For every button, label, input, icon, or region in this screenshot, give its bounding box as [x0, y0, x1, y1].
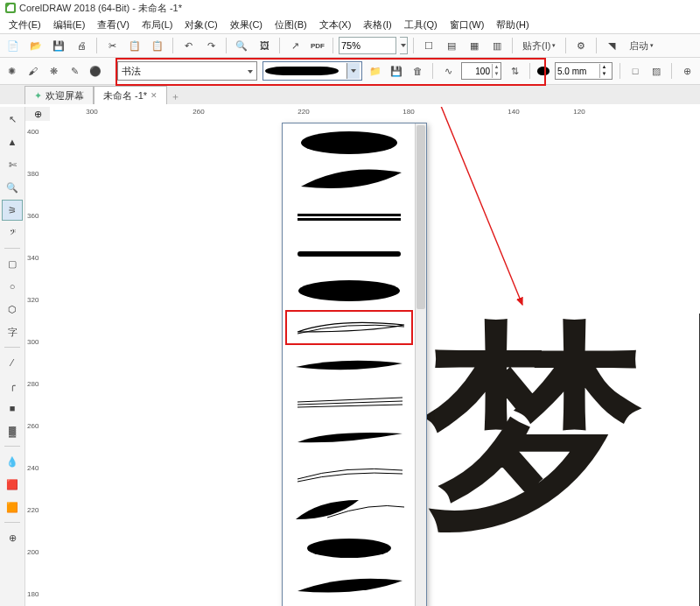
spinner-buttons[interactable]: ▲▼	[599, 64, 608, 78]
ruler-vertical[interactable]: 400380360340320300280260240220200180	[25, 121, 51, 606]
zoom-level-input[interactable]	[339, 37, 396, 54]
edit-fill-tool-icon[interactable]: ■	[2, 398, 23, 419]
stroke-option[interactable]	[284, 309, 414, 346]
smoothing-spinner[interactable]: ▲▼	[461, 62, 501, 80]
image-icon[interactable]: 🖼	[255, 36, 274, 55]
menu-file[interactable]: 文件(E)	[4, 17, 46, 32]
menu-table[interactable]: 表格(I)	[358, 17, 396, 32]
pick-tool-icon[interactable]: ↖	[2, 109, 23, 130]
stroke-option[interactable]	[284, 383, 414, 419]
fullscreen-icon[interactable]: ☐	[419, 36, 438, 55]
scrollbar[interactable]	[415, 123, 426, 606]
interactive-fill-tool-icon[interactable]: 🟥	[2, 474, 23, 495]
menu-window[interactable]: 窗口(W)	[444, 17, 490, 32]
polygon-tool-icon[interactable]: ⬡	[2, 299, 23, 320]
stroke-width-combo[interactable]: ▲▼	[555, 62, 612, 80]
zoom-tool-icon[interactable]: 🔍	[2, 177, 23, 198]
crop-tool-icon[interactable]: ✄	[2, 154, 23, 175]
stroke-style-combo[interactable]	[262, 61, 362, 81]
svg-rect-1	[298, 214, 401, 216]
menu-text[interactable]: 文本(X)	[314, 17, 357, 32]
rulers-icon[interactable]: ▤	[442, 36, 461, 55]
freehand-tool-icon[interactable]: ⚞	[2, 200, 23, 221]
stroke-option[interactable]	[284, 125, 414, 162]
new-doc-icon[interactable]: 📄	[4, 36, 23, 55]
eyedropper-tool-icon[interactable]: 💧	[2, 451, 23, 472]
parallel-dim-tool-icon[interactable]: ∕	[2, 352, 23, 373]
open-icon[interactable]: 📂	[26, 36, 46, 55]
zoom-dropdown-icon[interactable]	[400, 37, 408, 54]
stroke-category-combo[interactable]: 书法	[117, 61, 257, 81]
options-plus-icon[interactable]: ⊕	[2, 527, 23, 548]
stroke-option[interactable]	[284, 493, 414, 530]
menu-object[interactable]: 对象(C)	[179, 17, 222, 32]
menu-view[interactable]: 查看(V)	[92, 17, 135, 32]
text-tool-icon[interactable]: 字	[2, 321, 23, 342]
paste-icon[interactable]: 📋	[148, 36, 167, 55]
print-icon[interactable]: 🖨	[72, 36, 91, 55]
addons-icon[interactable]: ◥	[602, 36, 621, 55]
smart-fill-tool-icon[interactable]: 🟧	[2, 497, 23, 518]
close-icon[interactable]: ✕	[150, 87, 158, 104]
stroke-option[interactable]	[284, 346, 414, 383]
rectangle-tool-icon[interactable]: ▢	[2, 253, 23, 274]
menu-effects[interactable]: 效果(C)	[225, 17, 268, 32]
new-tab-button[interactable]: ＋	[167, 88, 183, 104]
preset-tool-icon[interactable]: ✺	[4, 63, 19, 79]
stroke-option[interactable]	[284, 419, 414, 456]
options-icon[interactable]: ⚙	[571, 36, 591, 55]
artistic-media-tool-icon[interactable]: 𝄢	[2, 222, 23, 243]
stroke-option[interactable]	[284, 456, 414, 493]
pdf-icon[interactable]: PDF	[308, 36, 327, 55]
copy-icon[interactable]: 📋	[125, 36, 144, 55]
export-icon[interactable]: ↗	[285, 36, 304, 55]
guides-icon[interactable]: ▥	[487, 36, 507, 55]
ruler-origin-icon[interactable]: ⊕	[25, 107, 51, 122]
menu-edit[interactable]: 编辑(E)	[48, 17, 91, 32]
stroke-width-input[interactable]	[556, 67, 599, 76]
save-stroke-icon[interactable]: 💾	[388, 63, 404, 79]
cut-icon[interactable]: ✂	[102, 36, 122, 55]
menu-layout[interactable]: 布局(L)	[136, 17, 178, 32]
tab-document[interactable]: 未命名 -1* ✕	[94, 86, 167, 104]
browse-icon[interactable]: 📁	[368, 63, 383, 79]
width-anchor-icon[interactable]: ⇅	[507, 63, 522, 79]
stroke-option[interactable]	[284, 272, 414, 309]
menu-tools[interactable]: 工具(Q)	[399, 17, 443, 32]
connector-tool-icon[interactable]: ╭	[2, 375, 23, 396]
pressure-tool-icon[interactable]: ⚫	[88, 63, 103, 79]
search-icon[interactable]: 🔍	[232, 36, 251, 55]
stroke-option[interactable]	[284, 236, 414, 272]
calligraphic-tool-icon[interactable]: ✎	[66, 63, 82, 79]
stroke-option[interactable]	[284, 162, 414, 199]
menu-help[interactable]: 帮助(H)	[491, 17, 534, 32]
ruler-v-label: 340	[27, 254, 38, 262]
ruler-h-label: 260	[192, 108, 204, 116]
launch-dropdown[interactable]: 启动 ▾	[625, 36, 658, 55]
menu-bitmap[interactable]: 位图(B)	[270, 17, 312, 32]
scroll-thumb[interactable]	[416, 125, 425, 309]
stroke-option[interactable]	[284, 567, 414, 603]
grid-icon[interactable]: ▦	[465, 36, 484, 55]
transparency-tool-icon[interactable]: ▓	[2, 420, 23, 441]
bounding-icon[interactable]: □	[627, 63, 643, 79]
brush-tool-icon[interactable]: 🖌	[24, 63, 40, 79]
shape-tool-icon[interactable]: ▲	[2, 131, 23, 152]
separator	[226, 38, 227, 53]
stroke-option[interactable]	[284, 530, 414, 567]
snap-dropdown[interactable]: 贴齐(I) ▾	[518, 36, 560, 55]
undo-icon[interactable]: ↶	[178, 36, 198, 55]
scale-with-icon[interactable]: ▨	[648, 63, 664, 79]
stroke-option[interactable]	[284, 199, 414, 236]
spinner-buttons[interactable]: ▲▼	[492, 64, 500, 78]
redo-icon[interactable]: ↷	[201, 36, 220, 55]
add-icon[interactable]: ⊕	[679, 63, 695, 79]
tab-welcome[interactable]: ✦ 欢迎屏幕	[24, 86, 94, 104]
drawing-canvas[interactable]: 梦	[50, 121, 700, 606]
ellipse-tool-icon[interactable]: ○	[2, 276, 23, 297]
smoothing-input[interactable]	[462, 67, 492, 76]
delete-stroke-icon[interactable]: 🗑	[410, 63, 425, 79]
sprayer-tool-icon[interactable]: ❋	[46, 63, 61, 79]
ruler-horizontal[interactable]: 300260220180140120	[50, 107, 700, 122]
save-icon[interactable]: 💾	[49, 36, 68, 55]
